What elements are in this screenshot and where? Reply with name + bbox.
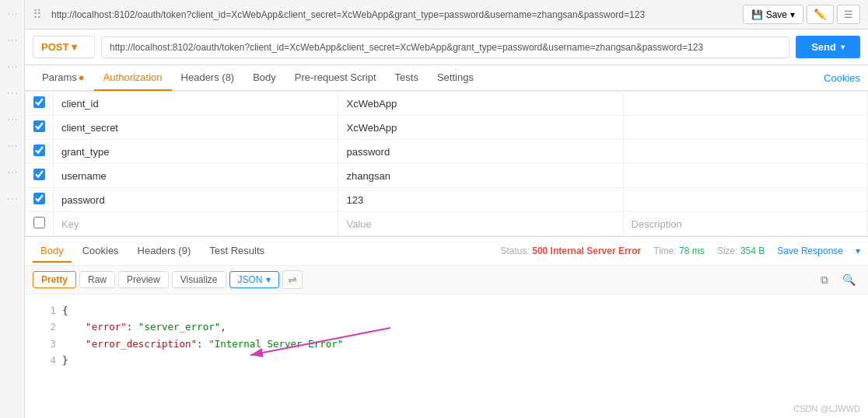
- json-line-3: 3 "error_description": "Internal Server …: [40, 336, 860, 352]
- drag-handle-icon[interactable]: ⠿: [33, 7, 42, 22]
- json-line-2: 2 "error": "server_error",: [40, 319, 860, 335]
- pretty-button[interactable]: Pretty: [33, 271, 76, 288]
- save-chevron-icon: ▾: [790, 9, 795, 20]
- value-cell: XcWebApp: [338, 116, 623, 140]
- wrap-icon: ⇌: [288, 273, 297, 286]
- tab-prerequest[interactable]: Pre-request Script: [285, 65, 386, 91]
- menu-button[interactable]: ☰: [837, 5, 860, 24]
- desc-cell: [623, 188, 867, 212]
- request-bar: POST ▾ Send ▾: [25, 30, 868, 65]
- sidebar-dots-3: ⋯: [7, 61, 18, 73]
- row-checkbox-1[interactable]: [33, 96, 45, 108]
- raw-button[interactable]: Raw: [79, 271, 115, 288]
- top-bar-url: http://localhost:8102/oauth/token?client…: [51, 9, 737, 20]
- send-chevron-icon: ▾: [841, 43, 845, 51]
- save-button[interactable]: 💾 Save ▾: [743, 5, 803, 24]
- desc-cell: [623, 92, 867, 116]
- request-tabs-row: Params● Authorization Headers (8) Body P…: [25, 65, 868, 91]
- key-cell: username: [54, 164, 338, 188]
- key-cell: client_secret: [54, 116, 338, 140]
- sidebar-dots-6: ⋯: [7, 140, 18, 152]
- row-checkbox-2[interactable]: [33, 120, 45, 132]
- sidebar-dots-4: ⋯: [7, 87, 18, 99]
- desc-cell: [623, 140, 867, 164]
- row-checkbox-4[interactable]: [33, 169, 45, 180]
- size-info: Size: 354 B: [717, 246, 765, 256]
- json-line-1: 1 {: [40, 302, 860, 319]
- status-value: 500 Internal Server Error: [532, 246, 641, 256]
- value-cell: 123: [338, 188, 623, 212]
- value-cell: password: [338, 140, 623, 164]
- json-line-4: 4 }: [40, 352, 860, 368]
- left-sidebar: ⋯ ⋯ ⋯ ⋯ ⋯ ⋯ ⋯ ⋯: [0, 0, 25, 376]
- sidebar-dots-7: ⋯: [7, 166, 18, 179]
- desc-cell: [623, 116, 867, 140]
- method-select[interactable]: POST ▾: [33, 36, 95, 58]
- response-section: Body Cookies Headers (9) Test Results St…: [25, 236, 868, 376]
- key-cell: password: [54, 188, 338, 212]
- save-response-button[interactable]: Save Response: [777, 246, 843, 256]
- json-chevron-icon: ▾: [266, 274, 271, 285]
- time-value: 78 ms: [679, 246, 705, 256]
- resp-tab-testresults[interactable]: Test Results: [201, 240, 272, 263]
- json-label: JSON: [238, 274, 263, 285]
- method-label: POST: [41, 41, 68, 53]
- size-value: 354 B: [740, 246, 765, 256]
- send-label: Send: [811, 41, 836, 53]
- main-content: ⠿ http://localhost:8102/oauth/token?clie…: [25, 0, 868, 376]
- row-checkbox-placeholder[interactable]: [33, 217, 45, 228]
- cookies-link[interactable]: Cookies: [824, 72, 860, 84]
- response-tabs-row: Body Cookies Headers (9) Test Results St…: [25, 237, 868, 266]
- params-table: client_id XcWebApp client_secret XcWebAp…: [25, 91, 868, 236]
- sidebar-dots-5: ⋯: [7, 113, 18, 126]
- table-row: password 123: [26, 188, 868, 212]
- resp-tab-headers[interactable]: Headers (9): [130, 240, 199, 263]
- desc-cell: [623, 164, 867, 188]
- value-placeholder: Value: [338, 212, 623, 236]
- value-cell: zhangsan: [338, 164, 623, 188]
- request-url-input[interactable]: [101, 37, 789, 58]
- table-row: username zhangsan: [26, 164, 868, 188]
- sidebar-dots-8: ⋯: [7, 193, 18, 205]
- top-bar: ⠿ http://localhost:8102/oauth/token?clie…: [25, 0, 868, 30]
- sidebar-dots-2: ⋯: [7, 34, 18, 47]
- tab-authorization[interactable]: Authorization: [94, 65, 172, 91]
- tab-tests[interactable]: Tests: [386, 65, 428, 91]
- sidebar-dots-1: ⋯: [7, 8, 18, 20]
- resp-tab-body[interactable]: Body: [33, 240, 72, 263]
- tab-params[interactable]: Params●: [33, 65, 94, 91]
- method-chevron-icon: ▾: [72, 41, 77, 53]
- key-cell: client_id: [54, 92, 338, 116]
- time-info: Time: 78 ms: [653, 246, 705, 256]
- row-checkbox-5[interactable]: [33, 193, 45, 204]
- value-cell: XcWebApp: [338, 92, 623, 116]
- save-icon: 💾: [751, 9, 763, 20]
- tab-headers[interactable]: Headers (8): [172, 65, 244, 91]
- table-row-placeholder: Key Value Description: [26, 212, 868, 236]
- key-cell: grant_type: [54, 140, 338, 164]
- json-format-select[interactable]: JSON ▾: [229, 271, 279, 288]
- top-bar-actions: 💾 Save ▾ ✏️ ☰: [743, 5, 860, 24]
- save-response-chevron-icon: ▾: [856, 246, 860, 256]
- tab-settings[interactable]: Settings: [428, 65, 483, 91]
- resp-tab-cookies[interactable]: Cookies: [75, 240, 127, 263]
- table-row: client_id XcWebApp: [26, 92, 868, 116]
- copy-icon[interactable]: ⧉: [816, 271, 833, 289]
- json-response-body: 1 { 2 "error": "server_error", 3 "error_…: [25, 294, 868, 376]
- search-icon[interactable]: 🔍: [838, 271, 860, 289]
- table-row: grant_type password: [26, 140, 868, 164]
- preview-button[interactable]: Preview: [118, 271, 169, 288]
- desc-placeholder: Description: [623, 212, 867, 236]
- wrap-button[interactable]: ⇌: [282, 270, 303, 289]
- edit-button[interactable]: ✏️: [807, 5, 834, 24]
- table-row: client_secret XcWebApp: [26, 116, 868, 140]
- row-checkbox-3[interactable]: [33, 145, 45, 156]
- status-label: Status: 500 Internal Server Error: [501, 246, 642, 256]
- tab-body[interactable]: Body: [243, 65, 285, 91]
- visualize-button[interactable]: Visualize: [172, 271, 226, 288]
- save-label: Save: [766, 9, 787, 20]
- key-placeholder: Key: [54, 212, 338, 236]
- response-status-area: Status: 500 Internal Server Error Time: …: [501, 246, 861, 256]
- format-right-icons: ⧉ 🔍: [816, 271, 860, 289]
- send-button[interactable]: Send ▾: [796, 36, 860, 58]
